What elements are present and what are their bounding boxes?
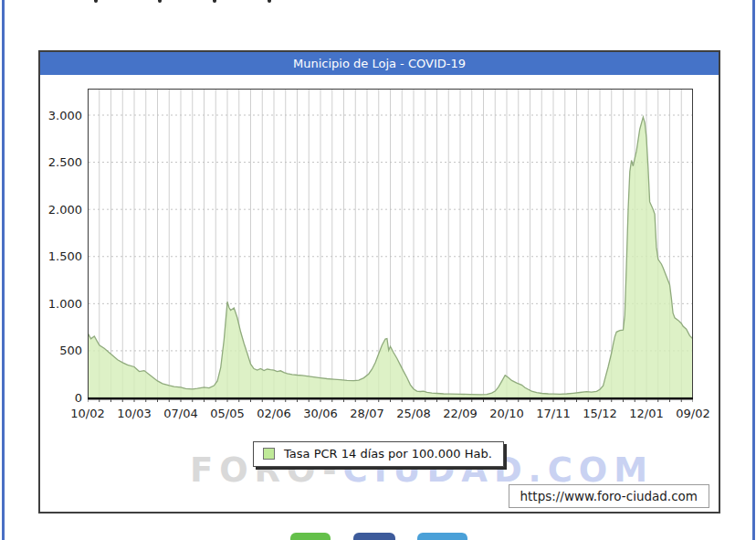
legend-label: Tasa PCR 14 días por 100.000 Hab.	[284, 447, 492, 461]
y-tick-label: 2.500	[40, 154, 82, 170]
x-tick-label: 30/06	[299, 407, 342, 420]
legend-box: Tasa PCR 14 días por 100.000 Hab.	[253, 441, 504, 467]
page: Municipio de Loja - COVID-19 05001.0001.…	[0, 0, 756, 540]
share-button-3[interactable]	[417, 533, 467, 540]
chart-svg	[88, 89, 693, 403]
x-tick-label: 17/11	[531, 407, 575, 420]
page-frame-right	[752, 0, 755, 540]
share-button-1[interactable]	[290, 533, 331, 540]
website-url-link[interactable]: https://www.foro-ciudad.com	[509, 484, 709, 508]
x-tick-label: 02/06	[252, 407, 296, 420]
chart-title-bar: Municipio de Loja - COVID-19	[40, 52, 719, 75]
x-tick-label: 10/03	[112, 407, 156, 420]
x-tick-label: 05/05	[205, 407, 249, 420]
y-tick-label: 0	[40, 390, 82, 406]
clipped-text-fragment	[268, 0, 271, 3]
x-tick-label: 22/09	[438, 407, 482, 420]
x-tick-label: 12/01	[625, 407, 668, 420]
x-tick-label: 09/02	[671, 407, 715, 420]
clipped-text-fragment	[213, 0, 216, 3]
x-tick-label: 25/08	[392, 407, 436, 420]
share-button-2[interactable]	[353, 533, 395, 540]
x-tick-label: 28/07	[345, 407, 389, 420]
y-tick-label: 3.000	[40, 108, 82, 123]
x-tick-label: 15/12	[578, 407, 622, 420]
clipped-text-fragment	[94, 0, 98, 3]
x-tick-label: 07/04	[159, 407, 203, 420]
y-tick-label: 1.000	[40, 296, 82, 312]
x-tick-label: 20/10	[485, 407, 529, 420]
clipped-text-fragment	[158, 0, 162, 3]
y-tick-label: 2.000	[40, 202, 82, 217]
chart-panel: Municipio de Loja - COVID-19 05001.0001.…	[38, 50, 720, 514]
y-tick-label: 500	[40, 343, 82, 358]
y-tick-label: 1.500	[40, 249, 82, 264]
legend-swatch-icon	[263, 448, 275, 460]
x-tick-label: 10/02	[66, 407, 110, 420]
page-frame-left	[2, 0, 5, 540]
